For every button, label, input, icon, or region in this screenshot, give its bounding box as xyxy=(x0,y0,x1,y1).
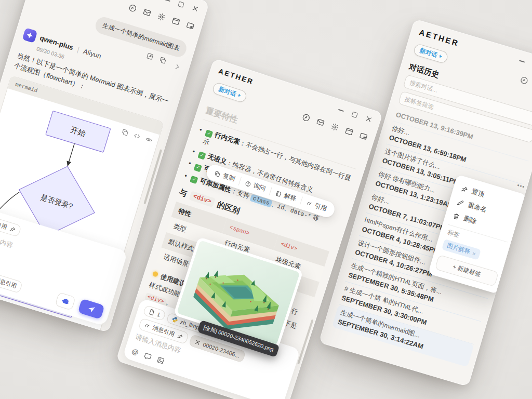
message-icon[interactable] xyxy=(143,351,153,361)
send-button[interactable] xyxy=(78,299,105,320)
check-icon xyxy=(190,176,198,184)
settings-gear-icon[interactable] xyxy=(156,12,167,22)
check-icon xyxy=(205,130,213,138)
minimize-icon[interactable] xyxy=(165,0,170,2)
remove-icon[interactable] xyxy=(194,338,202,346)
check-icon xyxy=(194,164,202,172)
minimize-icon[interactable] xyxy=(519,60,525,62)
deepseek-model-button[interactable] xyxy=(55,292,76,311)
book-icon xyxy=(275,190,283,197)
maximize-icon[interactable] xyxy=(178,1,184,7)
mail-icon[interactable] xyxy=(315,117,326,127)
window-controls xyxy=(164,0,200,13)
pip-chat-icon[interactable] xyxy=(185,21,195,31)
separator: ｜ xyxy=(74,45,83,54)
close-icon[interactable] xyxy=(191,4,200,12)
tag-remove-icon[interactable]: × xyxy=(472,250,477,257)
qwen-avatar xyxy=(22,28,37,43)
pip-chat-icon[interactable] xyxy=(358,131,369,141)
mention-icon[interactable]: @ xyxy=(131,347,140,356)
maximize-icon[interactable] xyxy=(351,111,358,118)
quote-icon xyxy=(305,200,313,207)
mail-icon[interactable] xyxy=(142,7,152,18)
aether-logo: AETHER xyxy=(218,67,255,86)
share-icon[interactable] xyxy=(145,52,154,61)
paper-plane-icon xyxy=(86,304,97,314)
pin-icon[interactable] xyxy=(8,225,16,233)
python-icon xyxy=(171,316,179,324)
window-panel-icon[interactable] xyxy=(344,126,354,137)
feedback-icon[interactable] xyxy=(301,112,311,123)
pencil-icon xyxy=(456,198,464,207)
quote-icon xyxy=(143,322,151,329)
lightbulb-icon xyxy=(152,271,159,277)
feedback-icon[interactable] xyxy=(519,75,529,86)
image-icon[interactable] xyxy=(156,355,165,365)
check-icon xyxy=(197,151,206,159)
chevron-right-icon[interactable] xyxy=(172,62,181,71)
window-panel-icon[interactable] xyxy=(171,16,181,26)
whale-icon xyxy=(60,296,71,306)
div-code-chip: <div> xyxy=(189,191,215,207)
feedback-icon[interactable] xyxy=(127,3,138,14)
quote-chip-2[interactable]: 消息引用 xyxy=(0,270,23,293)
copy-icon[interactable] xyxy=(158,56,167,64)
settings-gear-icon[interactable] xyxy=(329,122,340,132)
aether-logo: AETHER xyxy=(418,28,460,48)
pin-icon[interactable] xyxy=(176,332,184,340)
provider-name: Aliyun xyxy=(82,47,102,60)
ask-icon xyxy=(244,180,252,188)
copy-icon xyxy=(214,170,221,178)
close-icon[interactable] xyxy=(365,115,373,123)
minimize-icon[interactable] xyxy=(338,109,344,111)
window-controls xyxy=(337,106,373,123)
window-controls xyxy=(518,57,532,74)
document-icon xyxy=(148,308,156,316)
new-chat-button[interactable]: 新对话 + xyxy=(211,82,248,103)
trash-icon xyxy=(452,211,461,220)
pin-icon xyxy=(460,185,469,194)
new-chat-button[interactable]: 新对话 + xyxy=(413,43,449,64)
